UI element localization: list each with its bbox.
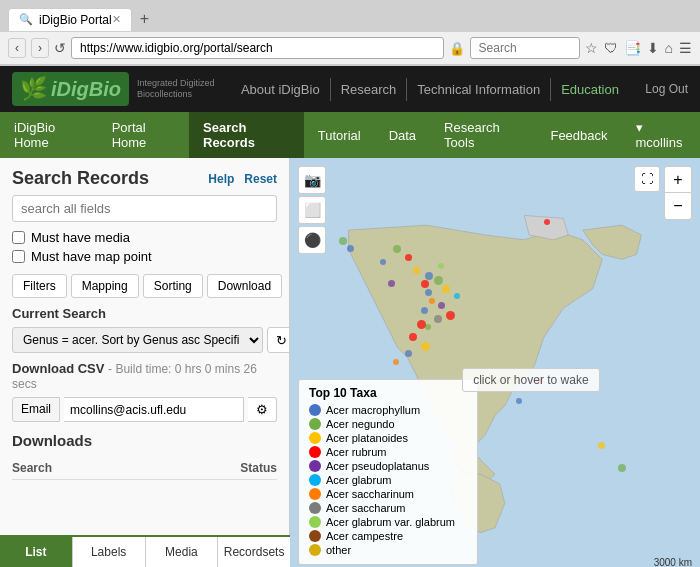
help-reset-links: Help Reset [208, 172, 277, 186]
nav-feedback[interactable]: Feedback [536, 112, 621, 158]
browser-tab[interactable]: 🔍 iDigBio Portal ✕ [8, 8, 132, 31]
must-have-media-row: Must have media [12, 230, 277, 245]
nav-tutorial[interactable]: Tutorial [304, 112, 375, 158]
tab-close-button[interactable]: ✕ [112, 13, 121, 26]
legend-item-7: Acer saccharum [309, 502, 467, 514]
browser-nav-bar: ‹ › ↺ 🔒 ☆ 🛡 📑 ⬇ ⌂ ☰ [0, 32, 700, 65]
nav-search-records[interactable]: Search Records [189, 112, 304, 158]
legend-dot-8 [309, 516, 321, 528]
legend-dot-2 [309, 432, 321, 444]
reset-link[interactable]: Reset [244, 172, 277, 186]
header-nav-education[interactable]: Education [551, 78, 629, 101]
refresh-search-button[interactable]: ↻ [267, 327, 290, 353]
forward-button[interactable]: › [31, 38, 49, 58]
mapping-button[interactable]: Mapping [71, 274, 139, 298]
legend-dot-5 [309, 474, 321, 486]
map-area[interactable]: 📷 ⬜ ⚫ ⛶ + − click or hover to wake Top 1… [290, 158, 700, 567]
circle-tool-button[interactable]: ⚫ [298, 226, 326, 254]
logo-box: 🌿 iDigBio [12, 72, 129, 106]
legend-label-5: Acer glabrum [326, 474, 391, 486]
legend-dot-9 [309, 530, 321, 542]
star-icon[interactable]: ☆ [585, 40, 598, 56]
sorting-button[interactable]: Sorting [143, 274, 203, 298]
header-nav-research[interactable]: Research [331, 78, 408, 101]
idigbio-header: 🌿 iDigBio Integrated DigitizedBiocollect… [0, 66, 700, 112]
current-search-row: Genus = acer. Sort by Genus asc Specifi … [12, 327, 277, 353]
downloads-title: Downloads [12, 432, 277, 449]
legend-label-6: Acer saccharinum [326, 488, 414, 500]
must-have-map-point-row: Must have map point [12, 249, 277, 264]
fullscreen-button[interactable]: ⛶ [634, 166, 660, 192]
download-csv-label: Download CSV - Build time: 0 hrs 0 mins … [12, 361, 277, 391]
nav-data[interactable]: Data [375, 112, 430, 158]
logout-button[interactable]: Log Out [645, 82, 688, 96]
map-toolbar: 📷 ⬜ ⚫ [298, 166, 326, 254]
legend-label-1: Acer negundo [326, 418, 395, 430]
tab-labels[interactable]: Labels [73, 537, 146, 567]
map-zoom: + − [664, 166, 692, 220]
header-nav: About iDigBio Research Technical Informa… [231, 78, 629, 101]
email-send-button[interactable]: ⚙ [248, 397, 277, 422]
must-have-media-checkbox[interactable] [12, 231, 25, 244]
left-panel: Search Records Help Reset Must have medi… [0, 158, 290, 567]
logo-area: 🌿 iDigBio Integrated DigitizedBiocollect… [12, 72, 215, 106]
nav-idigbio-home[interactable]: iDigBio Home [0, 112, 98, 158]
camera-tool-button[interactable]: 📷 [298, 166, 326, 194]
download-csv-heading: Download CSV [12, 361, 104, 376]
legend-label-2: Acer platanoides [326, 432, 408, 444]
left-panel-inner: Search Records Help Reset Must have medi… [0, 158, 289, 490]
email-input[interactable] [64, 397, 244, 422]
green-nav: iDigBio Home Portal Home Search Records … [0, 112, 700, 158]
filter-buttons: Filters Mapping Sorting Download [12, 274, 277, 298]
must-have-map-point-checkbox[interactable] [12, 250, 25, 263]
zoom-out-button[interactable]: − [665, 193, 691, 219]
tooltip-text: click or hover to wake [473, 373, 588, 387]
tab-media[interactable]: Media [146, 537, 219, 567]
status-col-label: Status [240, 461, 277, 475]
must-have-map-point-label: Must have map point [31, 249, 152, 264]
email-label: Email [12, 397, 60, 422]
legend-label-9: Acer campestre [326, 530, 403, 542]
main-content: Search Records Help Reset Must have medi… [0, 158, 700, 567]
legend-item-0: Acer macrophyllum [309, 404, 467, 416]
download-button[interactable]: Download [207, 274, 282, 298]
legend-label-0: Acer macrophyllum [326, 404, 420, 416]
search-input[interactable] [12, 195, 277, 222]
shield-icon[interactable]: 🛡 [604, 40, 618, 56]
nav-portal-home[interactable]: Portal Home [98, 112, 189, 158]
browser-search-input[interactable] [470, 37, 580, 59]
tab-bar: 🔍 iDigBio Portal ✕ + [0, 0, 700, 32]
logo-icon: 🌿 [20, 76, 47, 102]
menu-icon[interactable]: ☰ [679, 40, 692, 56]
search-records-heading: Search Records [12, 168, 149, 189]
home-icon[interactable]: ⌂ [665, 40, 673, 56]
downloads-header: Search Status [12, 457, 277, 480]
download-icon[interactable]: ⬇ [647, 40, 659, 56]
tab-title: iDigBio Portal [39, 13, 112, 27]
map-legend: Top 10 Taxa Acer macrophyllum Acer negun… [298, 379, 478, 565]
zoom-in-button[interactable]: + [665, 167, 691, 193]
map-tooltip: click or hover to wake [462, 368, 599, 392]
legend-item-8: Acer glabrum var. glabrum [309, 516, 467, 528]
tab-list[interactable]: List [0, 537, 73, 567]
nav-research-tools[interactable]: Research Tools [430, 112, 536, 158]
legend-label-7: Acer saccharum [326, 502, 405, 514]
current-search-select[interactable]: Genus = acer. Sort by Genus asc Specifi [12, 327, 263, 353]
reload-button[interactable]: ↺ [54, 40, 66, 56]
security-icon: 🔒 [449, 41, 465, 56]
legend-item-2: Acer platanoides [309, 432, 467, 444]
address-bar[interactable] [71, 37, 444, 59]
browser-chrome: 🔍 iDigBio Portal ✕ + ‹ › ↺ 🔒 ☆ 🛡 📑 ⬇ ⌂ ☰ [0, 0, 700, 66]
tab-recordsets[interactable]: Recordsets [218, 537, 290, 567]
nav-user-dropdown[interactable]: ▾ mcollins [622, 112, 700, 158]
must-have-media-label: Must have media [31, 230, 130, 245]
header-nav-technical[interactable]: Technical Information [407, 78, 551, 101]
help-link[interactable]: Help [208, 172, 234, 186]
legend-label-3: Acer rubrum [326, 446, 387, 458]
header-nav-about[interactable]: About iDigBio [231, 78, 331, 101]
filters-button[interactable]: Filters [12, 274, 67, 298]
back-button[interactable]: ‹ [8, 38, 26, 58]
bookmark-icon[interactable]: 📑 [624, 40, 641, 56]
rectangle-tool-button[interactable]: ⬜ [298, 196, 326, 224]
new-tab-button[interactable]: + [132, 6, 157, 32]
